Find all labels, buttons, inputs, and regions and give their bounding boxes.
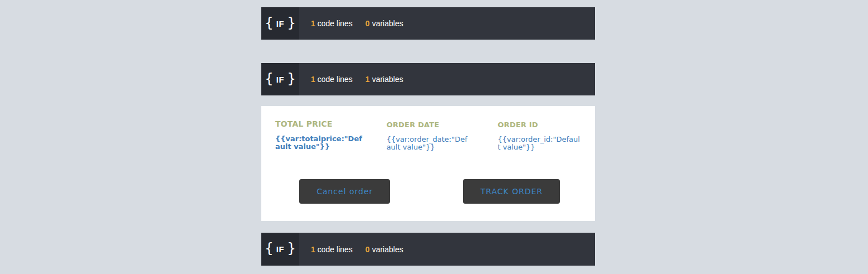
variables-stat: 0variables (365, 19, 403, 28)
track-button-cell: TRACK ORDER (428, 179, 596, 204)
order-columns: TOTAL PRICE {{var:totalprice:"Default va… (261, 106, 595, 151)
if-bar-meta: 1code lines 0variables (311, 233, 403, 266)
code-lines-label: code lines (318, 245, 353, 254)
track-order-button[interactable]: TRACK ORDER (463, 179, 560, 204)
order-column-order-date: ORDER DATE {{var:order_date:"Default val… (373, 119, 484, 151)
right-brace-icon: } (287, 241, 296, 255)
variables-count: 1 (365, 75, 370, 84)
code-lines-count: 1 (311, 19, 315, 28)
editor-canvas: { IF } 1code lines 0variables { IF } 1co… (0, 0, 868, 274)
if-badge: { IF } (261, 233, 299, 266)
order-summary-panel[interactable]: TOTAL PRICE {{var:totalprice:"Default va… (261, 106, 595, 221)
variables-label: variables (372, 75, 403, 84)
column-value-variable: {{var:order_id:"Default value"}} (498, 136, 581, 151)
if-bar-meta: 1code lines 1variables (311, 63, 403, 95)
code-lines-label: code lines (318, 75, 353, 84)
code-lines-stat: 1code lines (311, 19, 353, 28)
if-badge-label: IF (276, 19, 284, 28)
order-column-total-price: TOTAL PRICE {{var:totalprice:"Default va… (261, 119, 373, 151)
cancel-button-cell: Cancel order (261, 179, 428, 204)
variables-stat: 0variables (365, 245, 403, 254)
cancel-order-button[interactable]: Cancel order (299, 179, 390, 204)
variables-label: variables (372, 245, 403, 254)
left-brace-icon: { (265, 16, 274, 30)
if-block-bar-2[interactable]: { IF } 1code lines 1variables (261, 63, 595, 95)
column-heading: TOTAL PRICE (275, 119, 373, 128)
right-brace-icon: } (287, 16, 296, 30)
code-lines-stat: 1code lines (311, 245, 353, 254)
left-brace-icon: { (265, 71, 274, 85)
left-brace-icon: { (265, 241, 274, 255)
variables-count: 0 (365, 19, 370, 28)
order-buttons-row: Cancel order TRACK ORDER (261, 179, 595, 204)
if-badge-label: IF (276, 75, 284, 84)
variables-stat: 1variables (365, 75, 403, 84)
right-brace-icon: } (287, 71, 296, 85)
column-heading: ORDER ID (498, 121, 595, 129)
code-lines-count: 1 (311, 245, 315, 254)
column-value-variable: {{var:order_date:"Default value"}} (387, 136, 470, 151)
column-value-variable: {{var:totalprice:"Default value"}} (275, 135, 363, 151)
if-block-bar-1[interactable]: { IF } 1code lines 0variables (261, 7, 595, 40)
if-badge-label: IF (276, 244, 284, 254)
code-lines-stat: 1code lines (311, 75, 353, 84)
if-bar-meta: 1code lines 0variables (311, 7, 403, 40)
if-badge: { IF } (261, 7, 299, 40)
variables-count: 0 (365, 245, 370, 254)
if-badge: { IF } (261, 63, 299, 95)
code-lines-label: code lines (318, 19, 353, 28)
column-heading: ORDER DATE (387, 121, 484, 129)
if-block-bar-3[interactable]: { IF } 1code lines 0variables (261, 233, 595, 266)
order-column-order-id: ORDER ID {{var:order_id:"Default value"}… (484, 119, 595, 151)
code-lines-count: 1 (311, 75, 315, 84)
variables-label: variables (372, 19, 403, 28)
